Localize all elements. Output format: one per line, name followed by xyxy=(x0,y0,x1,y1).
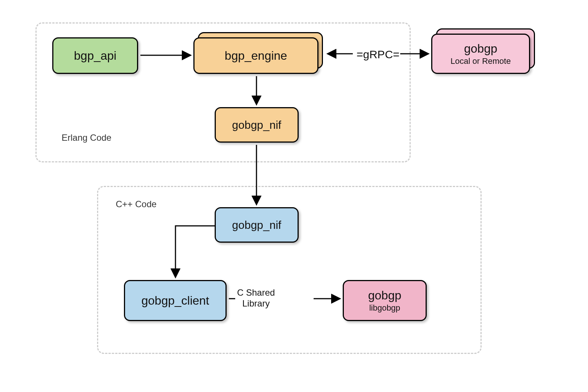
node-gobgp-client-label: gobgp_client xyxy=(141,294,209,308)
node-bgp-api-label: bgp_api xyxy=(74,49,116,63)
node-gobgp-client: gobgp_client xyxy=(124,280,227,321)
node-gobgp-remote-label: gobgp xyxy=(464,42,497,56)
architecture-diagram: Erlang Code C++ Code bgp_api bgp_engine … xyxy=(0,0,588,392)
node-bgp-engine-label: bgp_engine xyxy=(225,49,287,63)
node-gobgp-lib: gobgp libgobgp xyxy=(343,280,427,321)
node-gobgp-nif-erl-label: gobgp_nif xyxy=(232,119,281,131)
node-gobgp-lib-label: gobgp xyxy=(368,289,401,302)
node-bgp-api: bgp_api xyxy=(52,37,138,74)
node-gobgp-lib-sublabel: libgobgp xyxy=(369,303,400,313)
edge-label-grpc: =gRPC= xyxy=(357,48,399,61)
erlang-container-label: Erlang Code xyxy=(62,133,111,143)
node-gobgp-remote-sublabel: Local or Remote xyxy=(451,56,511,66)
node-gobgp-nif-erl: gobgp_nif xyxy=(215,107,299,143)
node-gobgp-nif-cpp: gobgp_nif xyxy=(215,207,299,243)
node-bgp-engine: bgp_engine xyxy=(193,37,318,74)
node-gobgp-remote: gobgp Local or Remote xyxy=(431,34,530,74)
cpp-container-label: C++ Code xyxy=(116,199,156,209)
edge-label-cshared-line1: C Shared xyxy=(237,287,275,298)
edge-label-cshared-line2: Library xyxy=(242,298,270,308)
node-gobgp-nif-cpp-label: gobgp_nif xyxy=(232,219,281,231)
edge-label-cshared: C Shared Library xyxy=(237,287,275,309)
